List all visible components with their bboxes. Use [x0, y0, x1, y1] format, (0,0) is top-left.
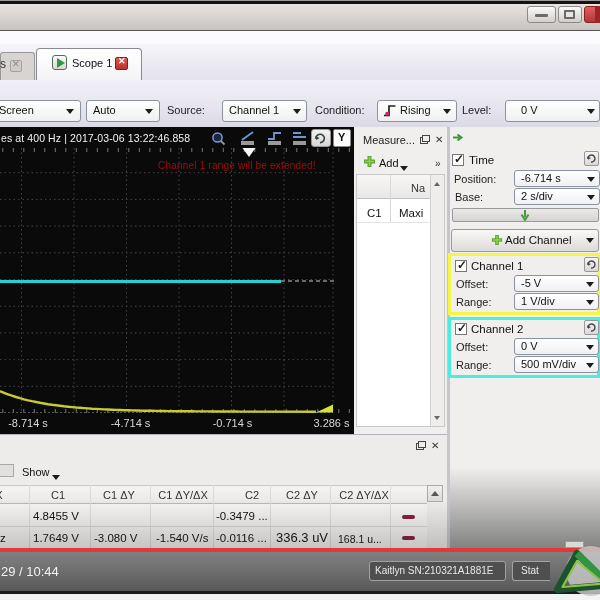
svg-text:-0.714 s: -0.714 s: [213, 417, 253, 429]
svg-text:-4.714 s: -4.714 s: [111, 417, 151, 429]
svg-text:3.286 s: 3.286 s: [313, 417, 350, 429]
svg-text:-8.714 s: -8.714 s: [8, 417, 48, 429]
